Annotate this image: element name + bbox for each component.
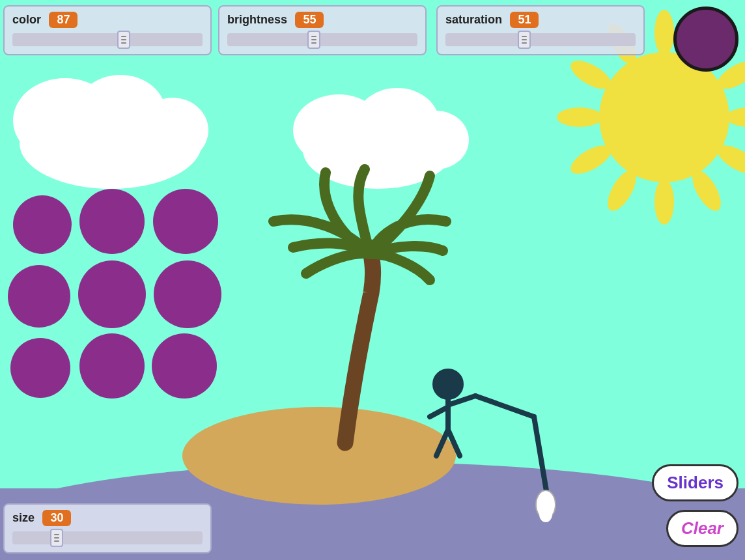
saturation-slider-value: 51 xyxy=(510,12,539,28)
svg-point-31 xyxy=(79,333,145,399)
svg-point-32 xyxy=(152,333,217,399)
color-slider-panel: color 87 xyxy=(3,5,212,55)
svg-point-26 xyxy=(153,189,218,254)
brightness-slider-label: brightness xyxy=(227,13,287,27)
svg-point-24 xyxy=(13,195,72,254)
drawing-canvas[interactable] xyxy=(0,0,745,560)
canvas-area[interactable]: color 87 brightness 55 xyxy=(0,0,745,560)
size-slider-track[interactable] xyxy=(12,531,203,544)
svg-point-23 xyxy=(404,111,469,169)
svg-point-43 xyxy=(539,507,552,522)
brightness-slider-track[interactable] xyxy=(227,33,417,46)
saturation-slider-track[interactable] xyxy=(445,33,636,46)
saturation-slider-label: saturation xyxy=(445,13,502,27)
svg-point-19 xyxy=(137,98,208,163)
brightness-slider-value: 55 xyxy=(295,12,324,28)
svg-point-25 xyxy=(79,189,145,254)
color-preview-circle xyxy=(673,7,738,72)
svg-point-10 xyxy=(654,179,674,225)
size-slider-thumb[interactable] xyxy=(50,529,63,547)
sliders-button[interactable]: Sliders xyxy=(652,464,738,501)
color-slider-label: color xyxy=(12,13,41,27)
brightness-slider-panel: brightness 55 xyxy=(218,5,427,55)
svg-point-28 xyxy=(78,260,146,328)
svg-point-29 xyxy=(154,260,221,328)
size-slider-panel: size 30 xyxy=(3,503,212,553)
color-slider-thumb[interactable] xyxy=(117,31,130,49)
svg-point-13 xyxy=(557,107,602,127)
svg-point-30 xyxy=(10,338,70,398)
svg-point-4 xyxy=(654,10,674,55)
saturation-slider-panel: saturation 51 xyxy=(436,5,645,55)
saturation-slider-thumb[interactable] xyxy=(518,31,531,49)
svg-point-34 xyxy=(435,371,461,397)
size-slider-label: size xyxy=(12,511,35,525)
brightness-slider-thumb[interactable] xyxy=(307,31,320,49)
svg-point-33 xyxy=(182,407,456,505)
color-slider-track[interactable] xyxy=(12,33,203,46)
color-slider-value: 87 xyxy=(49,12,77,28)
svg-point-27 xyxy=(8,265,70,328)
size-slider-value: 30 xyxy=(42,510,71,526)
svg-point-3 xyxy=(599,52,729,182)
clear-button[interactable]: Clear xyxy=(666,510,738,547)
